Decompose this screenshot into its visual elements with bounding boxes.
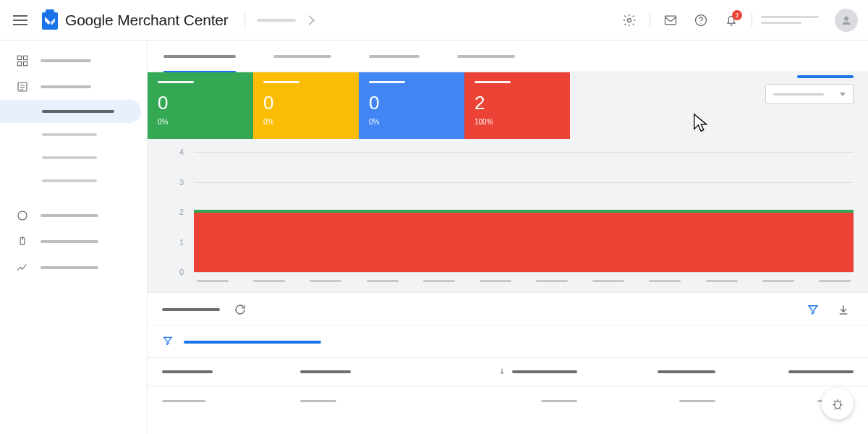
tab-2[interactable]	[273, 41, 331, 72]
sidebar	[0, 41, 148, 434]
trend-icon	[16, 261, 29, 274]
status-history-chart: 01234	[162, 152, 854, 288]
svg-rect-3	[665, 16, 676, 25]
y-tick: 0	[162, 268, 191, 276]
divider	[752, 12, 752, 28]
svg-point-2	[628, 18, 631, 22]
x-tick	[592, 280, 624, 282]
status-card-active[interactable]: 0 0%	[148, 72, 253, 139]
col-country[interactable]	[300, 370, 438, 373]
x-tick	[706, 280, 738, 282]
nav-growth[interactable]	[0, 229, 147, 255]
main-content: 0 0% 0 0% 0 0% 2	[148, 41, 868, 434]
help-button[interactable]	[686, 6, 715, 35]
nav-products-sub-3[interactable]	[0, 146, 147, 169]
tab-3[interactable]	[369, 41, 420, 72]
table-header-row	[148, 357, 868, 386]
nav-products-sub-4[interactable]	[0, 169, 147, 192]
x-tick	[819, 280, 851, 282]
svg-rect-10	[24, 62, 27, 66]
nav-marketing[interactable]	[0, 203, 147, 229]
refresh-button[interactable]	[230, 299, 250, 320]
x-tick	[649, 280, 681, 282]
svg-point-12	[18, 211, 27, 220]
svg-rect-7	[17, 56, 21, 59]
sort-desc-icon	[498, 365, 506, 378]
chart-plot	[194, 152, 854, 272]
nav-performance[interactable]	[0, 255, 147, 281]
x-tick	[423, 280, 455, 282]
x-tick	[253, 280, 285, 282]
chart-y-axis: 01234	[162, 152, 191, 272]
col-trend[interactable]	[577, 370, 715, 373]
menu-button[interactable]	[0, 15, 41, 25]
funnel-icon	[162, 335, 174, 349]
card-percent: 100%	[475, 118, 560, 126]
table-row[interactable]	[148, 386, 868, 415]
header-actions: 2	[615, 6, 868, 35]
table-title	[162, 308, 220, 311]
card-value: 0	[369, 93, 454, 112]
col-affected[interactable]	[438, 365, 576, 378]
svg-point-5	[701, 22, 702, 23]
col-issue[interactable]	[162, 370, 300, 373]
merchant-center-tag-icon	[41, 9, 59, 31]
send-feedback-button[interactable]	[822, 388, 854, 420]
account-switcher[interactable]	[761, 16, 826, 24]
destination-link[interactable]	[797, 75, 854, 78]
download-button[interactable]	[833, 299, 854, 320]
overview-panel: 0 0% 0 0% 0 0% 2	[148, 72, 868, 292]
svg-rect-8	[24, 56, 27, 59]
list-icon	[16, 80, 29, 93]
status-cards: 0 0% 0 0% 0 0% 2	[148, 72, 868, 139]
settings-button[interactable]	[615, 6, 644, 35]
svg-point-14	[835, 401, 841, 409]
nav-overview[interactable]	[0, 48, 147, 74]
card-value: 0	[263, 93, 349, 112]
x-tick	[367, 280, 399, 282]
dashboard-icon	[16, 54, 29, 67]
mouse-icon	[16, 235, 29, 248]
y-tick: 2	[162, 208, 191, 216]
notification-badge: 2	[732, 10, 742, 20]
card-percent: 0%	[369, 118, 454, 126]
status-card-disapproved[interactable]: 2 100%	[464, 72, 570, 139]
account-avatar[interactable]	[835, 9, 858, 32]
tab-1[interactable]	[163, 41, 236, 72]
table-toolbar	[148, 292, 868, 326]
x-tick	[197, 280, 229, 282]
nav-products-diagnostics[interactable]	[0, 100, 141, 123]
status-card-pending[interactable]: 0 0%	[253, 72, 359, 139]
status-card-expiring[interactable]: 0 0%	[359, 72, 464, 139]
product-logo[interactable]: Google Merchant Center	[41, 9, 229, 31]
x-tick	[310, 280, 341, 282]
add-filter-link	[184, 341, 321, 344]
y-tick: 4	[162, 148, 191, 156]
x-tick	[762, 280, 794, 282]
inbox-button[interactable]	[656, 6, 685, 35]
svg-point-6	[844, 16, 848, 20]
col-percent[interactable]	[715, 370, 854, 373]
add-filter-row[interactable]	[148, 326, 868, 357]
filter-button[interactable]	[803, 299, 823, 320]
x-tick	[480, 280, 511, 282]
x-tick	[536, 280, 568, 282]
country-dropdown[interactable]	[765, 84, 854, 104]
chevron-right-icon	[305, 15, 315, 25]
notifications-button[interactable]: 2	[717, 6, 746, 35]
divider	[244, 11, 245, 30]
circle-outline-icon	[16, 209, 29, 222]
chart-x-axis	[194, 273, 854, 288]
tab-4[interactable]	[457, 41, 515, 72]
caret-down-icon	[840, 93, 846, 96]
card-percent: 0%	[263, 118, 349, 126]
svg-rect-1	[46, 9, 54, 15]
nav-products[interactable]	[0, 74, 147, 100]
card-percent: 0%	[158, 118, 243, 126]
y-tick: 1	[162, 238, 191, 247]
nav-products-sub-2[interactable]	[0, 123, 147, 146]
breadcrumb[interactable]	[257, 16, 313, 24]
svg-rect-9	[17, 62, 21, 66]
tab-bar	[148, 41, 868, 72]
product-title: Google Merchant Center	[65, 12, 229, 29]
